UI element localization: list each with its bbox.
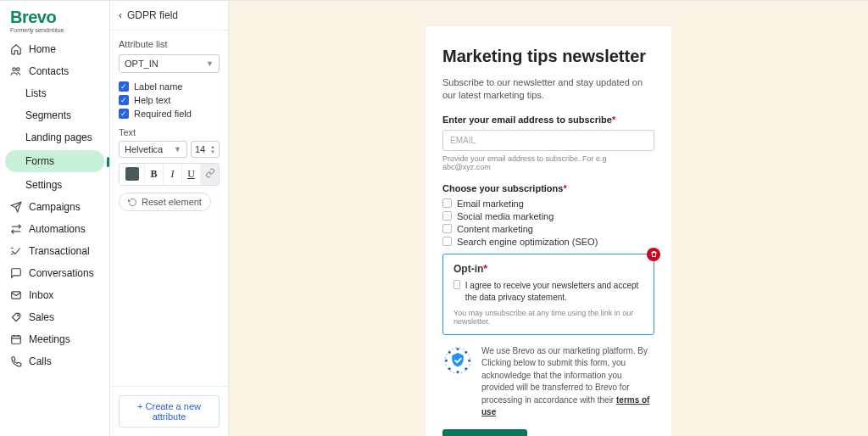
nav-label: Settings <box>25 179 62 191</box>
nav-segments[interactable]: Segments <box>0 104 109 126</box>
nav-label: Segments <box>25 109 71 121</box>
form-canvas[interactable]: Marketing tips newsletter Subscribe to o… <box>229 1 868 436</box>
nav-meetings[interactable]: Meetings <box>0 328 109 350</box>
conversations-icon <box>10 267 22 279</box>
nav-label: Conversations <box>29 267 94 279</box>
panel-title: GDPR field <box>127 9 178 21</box>
checkbox-icon <box>453 280 460 289</box>
nav-conversations[interactable]: Conversations <box>0 262 109 284</box>
svg-point-1 <box>17 68 19 71</box>
nav-transactional[interactable]: Transactional <box>0 240 109 262</box>
svg-point-3 <box>18 315 19 316</box>
reset-label: Reset element <box>142 197 202 207</box>
checkbox-label: Help text <box>134 95 170 105</box>
nav-label: Automations <box>29 223 86 235</box>
checkbox-label: Label name <box>134 81 183 92</box>
subscription-option[interactable]: Email marketing <box>442 198 654 209</box>
attribute-selected: OPT_IN <box>125 59 159 69</box>
panel-back[interactable]: ‹ GDPR field <box>110 1 228 31</box>
create-attribute-button[interactable]: + Create a new attribute <box>119 395 220 428</box>
active-indicator <box>107 157 109 167</box>
subscribe-button[interactable]: SUBSCRIBE <box>442 429 527 436</box>
text-section-label: Text <box>119 127 220 137</box>
automations-icon <box>10 223 22 235</box>
link-icon <box>205 168 215 178</box>
nav-campaigns[interactable]: Campaigns <box>0 196 109 218</box>
italic-button[interactable]: I <box>164 164 182 185</box>
subscription-option[interactable]: Content marketing <box>442 224 654 234</box>
help-text-checkbox-row[interactable]: ✓ Help text <box>119 95 220 105</box>
nav-lists[interactable]: Lists <box>0 82 109 104</box>
sales-icon <box>10 311 22 323</box>
svg-point-11 <box>465 351 467 354</box>
checkbox-icon <box>442 224 452 233</box>
optin-checkbox-row[interactable]: I agree to receive your newsletters and … <box>453 280 643 304</box>
checkbox-checked-icon: ✓ <box>119 81 129 92</box>
optin-field-selected[interactable]: Opt-in* I agree to receive your newslett… <box>442 254 654 335</box>
required-field-checkbox-row[interactable]: ✓ Required field <box>119 109 220 119</box>
svg-point-13 <box>465 367 467 370</box>
link-button[interactable] <box>201 164 219 185</box>
shield-check-icon <box>442 345 473 376</box>
subscriptions-label: Choose your subscriptions* <box>442 183 654 193</box>
svg-rect-4 <box>12 336 21 344</box>
subscription-option[interactable]: Search engine optimization (SEO) <box>442 237 654 247</box>
nav-settings[interactable]: Settings <box>0 174 109 196</box>
required-asterisk: * <box>612 115 615 125</box>
nav-label: Forms <box>25 155 54 167</box>
home-icon <box>10 43 22 55</box>
option-label: Search engine optimization (SEO) <box>457 237 598 247</box>
optin-help-text: You may unsubscribe at any time using th… <box>453 309 643 326</box>
meetings-icon <box>10 333 22 345</box>
nav-label: Transactional <box>29 245 90 257</box>
color-swatch-icon <box>125 167 139 181</box>
contacts-icon <box>10 65 22 77</box>
trash-icon <box>650 250 658 258</box>
nav-home[interactable]: Home <box>0 38 109 60</box>
required-asterisk: * <box>483 263 487 275</box>
bold-button[interactable]: B <box>145 164 164 185</box>
logo: Brevo Formerly sendinblue <box>0 8 109 38</box>
nav-label: Calls <box>29 355 52 367</box>
create-attribute-label: + Create a new attribute <box>137 401 201 422</box>
email-input[interactable]: EMAIL <box>442 130 654 151</box>
underline-button[interactable]: U <box>182 164 201 185</box>
attribute-select[interactable]: OPT_IN ▼ <box>119 54 220 73</box>
nav-automations[interactable]: Automations <box>0 218 109 240</box>
refresh-icon <box>128 198 137 207</box>
subscription-option[interactable]: Social media marketing <box>442 211 654 221</box>
nav-contacts[interactable]: Contacts <box>0 60 109 82</box>
font-size-input[interactable]: 14 ▲▼ <box>191 141 220 158</box>
chevron-left-icon: ‹ <box>119 9 122 21</box>
number-steppers[interactable]: ▲▼ <box>210 144 215 154</box>
nav-sales[interactable]: Sales <box>0 306 109 328</box>
label-name-checkbox-row[interactable]: ✓ Label name <box>119 81 220 92</box>
font-row: Helvetica ▼ 14 ▲▼ <box>119 141 220 158</box>
nav-forms[interactable]: Forms <box>5 150 104 172</box>
svg-point-10 <box>448 351 451 354</box>
calls-icon <box>10 355 22 367</box>
nav-label: Meetings <box>29 333 70 345</box>
checkbox-label: Required field <box>134 109 192 119</box>
optin-title: Opt-in* <box>453 263 643 275</box>
checkbox-checked-icon: ✓ <box>119 95 129 105</box>
font-select[interactable]: Helvetica ▼ <box>119 141 187 158</box>
subscriptions-label-text: Choose your subscriptions <box>442 183 563 193</box>
attribute-list-label: Attribute list <box>119 39 220 49</box>
svg-point-0 <box>13 68 15 71</box>
nav-landing-pages[interactable]: Landing pages <box>0 126 109 148</box>
chevron-down-icon: ▼ <box>174 145 181 154</box>
font-size-value: 14 <box>195 144 205 154</box>
text-color-swatch[interactable] <box>120 164 145 185</box>
svg-point-9 <box>457 371 459 373</box>
nav-inbox[interactable]: Inbox <box>0 284 109 306</box>
delete-field-button[interactable] <box>647 248 660 261</box>
reset-element-button[interactable]: Reset element <box>119 193 211 211</box>
optin-title-text: Opt-in <box>453 263 483 275</box>
svg-point-8 <box>457 348 459 350</box>
nav-label: Contacts <box>29 65 69 77</box>
text-toolbar: B I U <box>119 163 220 186</box>
form-description: Subscribe to our newsletter and stay upd… <box>442 76 654 103</box>
nav-calls[interactable]: Calls <box>0 350 109 372</box>
email-label: Enter your email address to subscribe* <box>442 115 654 125</box>
